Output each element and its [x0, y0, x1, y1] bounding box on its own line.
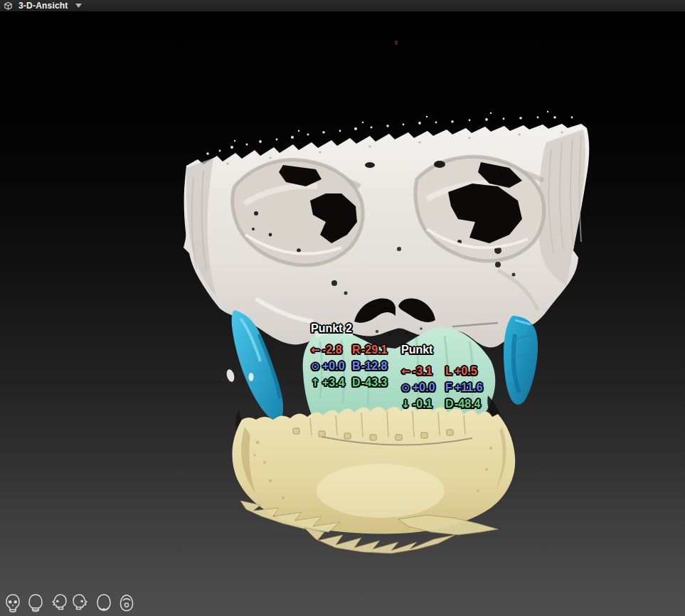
view-title: 3-D-Ansicht [18, 0, 68, 11]
view-selector-caret-icon[interactable] [75, 4, 82, 8]
annotation-values: ←-3.1 L+0.5 ⊙+0.0 F+11.6 ↓-0.1 D-48.4 [401, 364, 483, 411]
skull-render [0, 0, 685, 616]
dot-circle-icon: ⊙ [311, 360, 322, 373]
down-arrow-icon: ↓ [401, 398, 413, 411]
annotation-punkt: Punkt ←-3.1 L+0.5 ⊙+0.0 F+11.6 ↓-0.1 D-4… [401, 344, 483, 411]
orientation-skull-right-button[interactable] [71, 593, 90, 614]
skull-left-icon [49, 593, 68, 613]
up-arrow-icon: ↑ [311, 376, 322, 390]
annotation-title: Punkt [401, 344, 483, 356]
skull-bottom-icon [117, 593, 136, 613]
annotation-title: Punkt 2 [311, 322, 387, 335]
dot-circle-icon: ⊙ [401, 381, 413, 395]
3d-viewport[interactable] [0, 0, 685, 616]
skull-back-icon [26, 593, 45, 613]
skull-top-icon [95, 593, 113, 613]
annotation-values: ←-2.8 R-29.1 ⊙+0.0 B-12.8 ↑+3.4 D-43.3 [311, 343, 387, 390]
orientation-skull-bottom-button[interactable] [117, 593, 136, 614]
orientation-toolbar [3, 593, 136, 614]
orientation-skull-left-button[interactable] [48, 593, 68, 614]
skull-right-icon [72, 593, 90, 613]
orientation-skull-top-button[interactable] [94, 593, 113, 614]
cube-icon [3, 1, 14, 11]
annotation-punkt2: Punkt 2 ←-2.8 R-29.1 ⊙+0.0 B-12.8 ↑+3.4 … [311, 322, 387, 390]
skull-front-icon [4, 593, 22, 613]
orientation-skull-front-button[interactable] [3, 593, 22, 614]
left-arrow-icon: ← [311, 344, 322, 357]
view-header: 3-D-Ansicht [0, 0, 685, 13]
left-arrow-icon: ← [401, 365, 413, 378]
orientation-skull-back-button[interactable] [26, 593, 45, 614]
